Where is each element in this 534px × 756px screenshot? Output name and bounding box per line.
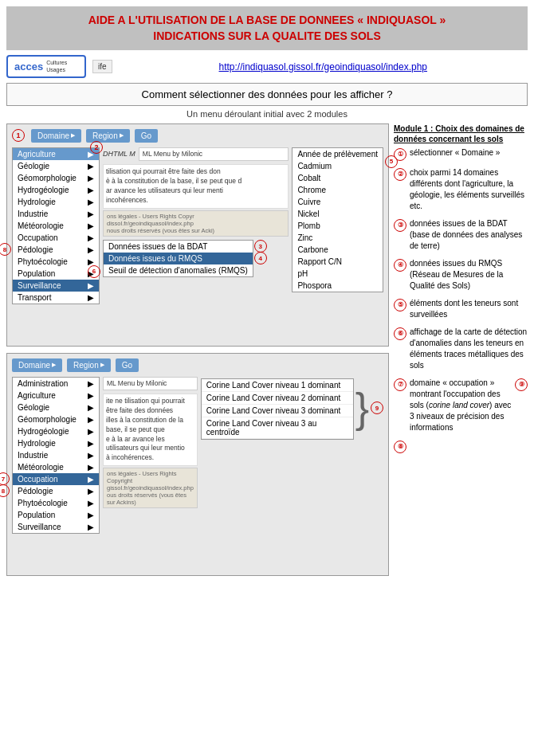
right-text-5: éléments dont les teneurs sont surveillé… [410, 298, 528, 320]
right-text-1: sélectionner « Domaine » [410, 147, 500, 161]
p2-menu-administration[interactable]: Administration▶ [13, 378, 99, 390]
p2-menu-meteorologie[interactable]: Météorologie▶ [13, 461, 99, 473]
main-question: Comment sélectionner des données pour le… [6, 83, 528, 106]
p2-menu-surveillance[interactable]: Surveillance▶ [13, 521, 99, 533]
menu-item-transport[interactable]: Transport▶ [13, 292, 99, 304]
p2-menu-hydrogeologie[interactable]: Hydrogéologie▶ [13, 425, 99, 437]
circle-7: 7 [0, 472, 10, 485]
menu-item-industrie[interactable]: Industrie▶ [13, 208, 99, 220]
circle-2: 2 [90, 141, 103, 154]
p2-menu-geologie[interactable]: Géologie▶ [13, 402, 99, 413]
panel1-region-button[interactable]: Region [86, 129, 130, 143]
menu-item-surveillance[interactable]: Surveillance▶ [13, 280, 99, 292]
right-item-8: ⑧ [394, 440, 528, 453]
p2-menu-agriculture[interactable]: Agriculture▶ [13, 390, 99, 402]
circle-8a: 8 [0, 243, 11, 256]
panel2-go-button[interactable]: Go [116, 358, 139, 372]
circle-1: 1 [12, 129, 25, 142]
submenu-bdat[interactable]: Données issues de la BDAT [104, 241, 253, 253]
surveillance-submenu-area: 3 Données issues de la BDAT 4 Donnée [103, 240, 289, 277]
final-item-rapportcn[interactable]: Rapport C/N [293, 256, 383, 268]
right-circle-6: ⑥ [394, 327, 406, 340]
menu-item-occupation[interactable]: Occupation▶ [13, 232, 99, 244]
circle-9: 9 [371, 402, 383, 414]
p2-menu-industrie[interactable]: Industrie▶ [13, 449, 99, 461]
final-item-nickel[interactable]: Nickel [293, 208, 383, 220]
right-circle-3: ③ [394, 219, 406, 232]
right-circle-2: ② [394, 168, 406, 181]
right-item-6: ⑥ affichage de la carte de détection d'a… [394, 327, 528, 371]
surveillance-submenu: 3 Données issues de la BDAT 4 Donnée [103, 240, 253, 277]
final-item-chrome[interactable]: Chrome [293, 184, 383, 196]
dhtml-label: DHTML M [103, 150, 135, 158]
right-text-4: données issues du RMQS (Réseau de Mesure… [410, 258, 528, 292]
final-item-phospora[interactable]: Phospora [293, 280, 383, 292]
right-item-5: ⑤ éléments dont les teneurs sont surveil… [394, 298, 528, 320]
menu-item-population[interactable]: Population▶ [13, 268, 99, 280]
acces-logo: acces CulturesUsages [6, 55, 86, 78]
panel1-domain-button[interactable]: Domaine [31, 129, 81, 143]
right-text-6: affichage de la carte de détection d'ano… [410, 327, 528, 371]
p2-menu-occupation[interactable]: Occupation▶ [13, 473, 99, 485]
header: AIDE A L'UTILISATION DE LA BASE DE DONNE… [6, 6, 528, 50]
circle-5: 5 [385, 155, 398, 168]
panel2-domain-button[interactable]: Domaine [12, 358, 62, 372]
logo-sub-text: CulturesUsages [46, 60, 67, 73]
menu-item-agriculture[interactable]: Agriculture▶ [13, 148, 99, 160]
url-link[interactable]: http://indiquasol.gissol.fr/geoindiquaso… [219, 61, 428, 72]
final-item-carbone[interactable]: Carbone [293, 244, 383, 256]
menu-item-meteorologie[interactable]: Météorologie▶ [13, 220, 99, 232]
menu-desc-box: ML Menu by Milonic [139, 147, 289, 161]
corine-item-4[interactable]: Corine Land Cover niveau 3 au centroïde [202, 417, 353, 439]
right-item-3: ③ données issues de la BDAT (base de don… [394, 218, 528, 252]
right-item-7: ⑦ domaine « occupation » montrant l'occu… [394, 378, 528, 433]
menu-item-hydrogeologie[interactable]: Hydrogéologie▶ [13, 184, 99, 196]
p2-menu-pedologie[interactable]: Pédologie▶ [13, 485, 99, 497]
brace-9-area: } 9 [355, 387, 383, 429]
p2-menu-geomorphologie[interactable]: Géomorphologie▶ [13, 413, 99, 425]
corine-item-1[interactable]: Corine Land Cover niveau 1 dominant [202, 379, 353, 392]
circle-3: 3 [254, 240, 267, 253]
p2-menu-phytoecologie[interactable]: Phytoécologie▶ [13, 497, 99, 509]
panel1-go-button[interactable]: Go [135, 129, 158, 143]
final-items-area: 5 Année de prélèvement Cadmium Cobalt Ch… [292, 147, 383, 292]
menu-item-geomorphologie[interactable]: Géomorphologie▶ [13, 172, 99, 184]
sub-question: Un menu déroulant initial avec 2 modules [6, 109, 528, 119]
final-item-cobalt[interactable]: Cobalt [293, 172, 383, 184]
p2-menu-hydrologie[interactable]: Hydrologie▶ [13, 437, 99, 449]
menu-item-pedologie[interactable]: Pédologie▶ [13, 244, 99, 256]
right-col: Module 1 : Choix des domaines de données… [394, 123, 528, 576]
two-col-layout: 1 Domaine Region Go [6, 123, 528, 576]
panel2-legal-text: ons légales - Users Rights Copyright gis… [103, 468, 198, 508]
final-item-annee[interactable]: Année de prélèvement [293, 148, 383, 160]
panel2-items-list: Administration▶ Agriculture▶ Géologie▶ G… [12, 377, 100, 534]
panel2: Domaine Region Go Administratio [6, 353, 389, 576]
corine-item-2[interactable]: Corine Land Cover niveau 2 dominant [202, 392, 353, 405]
menu-item-phytoecologie[interactable]: Phytoécologie▶ [13, 256, 99, 268]
right-circle-9-inline: ⑨ [515, 378, 528, 391]
p2-menu-population[interactable]: Population▶ [13, 509, 99, 521]
corine-list: Corine Land Cover niveau 1 dominant Cori… [201, 378, 354, 440]
final-items-list: Année de prélèvement Cadmium Cobalt Chro… [292, 147, 383, 292]
right-item-2: ② choix parmi 14 domaines différents don… [394, 167, 528, 212]
header-title: AIDE A L'UTILISATION DE LA BASE DE DONNE… [10, 13, 524, 44]
final-item-cuivre[interactable]: Cuivre [293, 196, 383, 208]
final-item-ph[interactable]: pH [293, 268, 383, 280]
submenu-rmqs[interactable]: Données issues du RMQS [104, 253, 253, 264]
menu-item-hydrologie[interactable]: Hydrologie▶ [13, 196, 99, 208]
right-item-4: ④ données issues du RMQS (Réseau de Mesu… [394, 258, 528, 292]
final-item-zinc[interactable]: Zinc [293, 232, 383, 244]
right-circle-7: ⑦ [394, 378, 406, 391]
final-item-cadmium[interactable]: Cadmium [293, 160, 383, 172]
panel1: 1 Domaine Region Go [6, 123, 389, 347]
corine-item-3[interactable]: Corine Land Cover niveau 3 dominant [202, 405, 353, 417]
final-item-plomb[interactable]: Plomb [293, 220, 383, 232]
right-circle-4: ④ [394, 259, 406, 272]
panel2-region-button[interactable]: Region [67, 358, 111, 372]
overlay-text-box: tilisation qui pourrait être faite des d… [103, 164, 289, 209]
ife-logo: ife [92, 60, 112, 73]
menu-item-geologie[interactable]: Géologie▶ [13, 160, 99, 172]
submenu-seuil[interactable]: Seuil de détection d'anomalies (RMQS) [104, 264, 253, 276]
logo-row: acces CulturesUsages ife http://indiquas… [6, 55, 528, 78]
right-circle-8: ⑧ [394, 441, 406, 453]
